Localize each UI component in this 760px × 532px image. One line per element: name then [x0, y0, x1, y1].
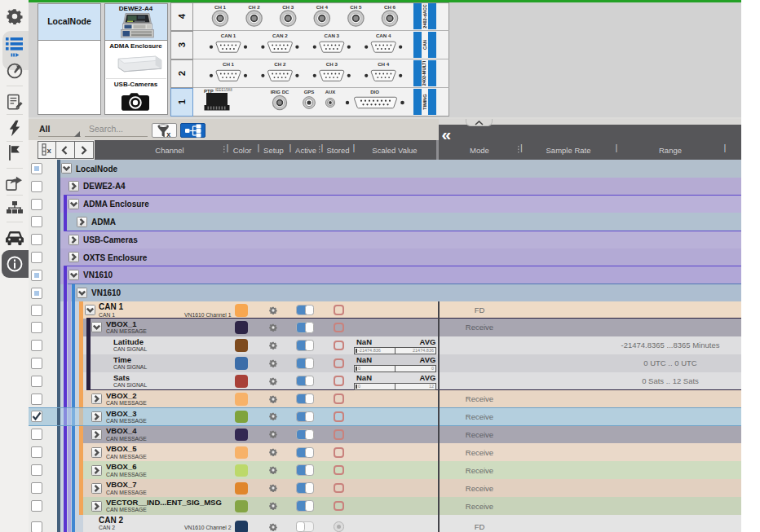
svg-text:x: x: [166, 130, 170, 138]
svg-text:x: x: [46, 146, 51, 155]
